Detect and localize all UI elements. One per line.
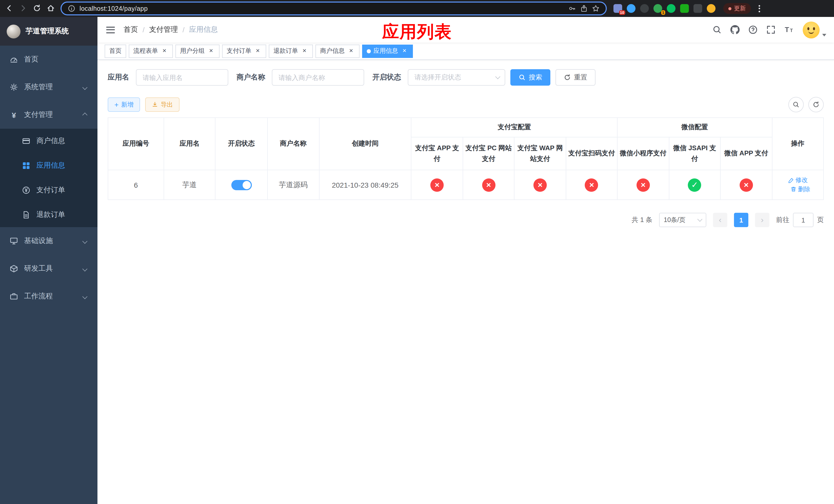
trash-icon xyxy=(790,186,796,192)
search-icon xyxy=(792,101,799,108)
tab-label: 商户信息 xyxy=(320,47,345,55)
col-status: 开启状态 xyxy=(215,118,267,170)
navbar-actions: TT xyxy=(712,21,826,38)
breadcrumb-item-current: 应用信息 xyxy=(189,25,218,35)
cell-status xyxy=(215,170,267,200)
refresh-table-button[interactable] xyxy=(808,97,824,112)
status-cross-icon: × xyxy=(585,178,598,191)
tab-process-form[interactable]: 流程表单 × xyxy=(129,44,173,58)
sidebar-item-infrastructure[interactable]: 基础设施 xyxy=(0,227,97,255)
download-icon xyxy=(152,101,158,108)
breadcrumb-item[interactable]: 首页 xyxy=(124,25,138,35)
tab-refund-orders[interactable]: 退款订单 × xyxy=(269,44,313,58)
browser-menu-icon[interactable] xyxy=(756,5,762,12)
close-icon[interactable]: × xyxy=(160,47,168,55)
sidebar-item-app-info[interactable]: 应用信息 xyxy=(0,153,97,178)
extension-icon[interactable]: 1 xyxy=(654,4,662,13)
home-icon[interactable] xyxy=(47,4,56,13)
merchant-name-input[interactable] xyxy=(272,69,364,86)
site-info-icon[interactable] xyxy=(68,5,75,12)
sidebar-item-workflow[interactable]: 工作流程 xyxy=(0,282,97,310)
url-text[interactable]: localhost:1024/pay/app xyxy=(80,5,564,12)
fullscreen-icon[interactable] xyxy=(766,25,776,35)
col-wechat-mini: 微信小程序支付 xyxy=(617,137,669,170)
app-name-input[interactable] xyxy=(136,69,228,86)
reload-icon[interactable] xyxy=(33,4,42,13)
sidebar-item-system[interactable]: 系统管理 xyxy=(0,73,97,101)
tab-merchant-info[interactable]: 商户信息 × xyxy=(315,44,359,58)
extension-icon[interactable] xyxy=(694,4,702,13)
user-menu[interactable] xyxy=(803,21,826,38)
col-alipay-pc: 支付宝 PC 网站支付 xyxy=(463,137,514,170)
sidebar-item-refund-orders[interactable]: 退款订单 xyxy=(0,203,97,227)
header-search-icon[interactable] xyxy=(712,25,722,35)
page-size-select[interactable]: 10条/页 xyxy=(659,213,706,227)
browser-update-button[interactable]: 更新 xyxy=(723,3,751,14)
avatar[interactable] xyxy=(803,21,820,38)
extension-icon[interactable] xyxy=(707,4,716,13)
extension-icon[interactable] xyxy=(680,4,689,13)
close-icon[interactable]: × xyxy=(254,47,262,55)
sidebar-item-home[interactable]: 首页 xyxy=(0,46,97,73)
address-bar[interactable]: localhost:1024/pay/app xyxy=(61,2,607,15)
export-button[interactable]: 导出 xyxy=(145,97,179,112)
extension-icon[interactable] xyxy=(627,4,636,13)
tab-user-group[interactable]: 用户分组 × xyxy=(175,44,220,58)
close-icon[interactable]: × xyxy=(401,47,408,55)
filter-form: 应用名 商户名称 开启状态 请选择开启状态 搜索 重置 xyxy=(108,69,824,86)
add-button[interactable]: + 新增 xyxy=(108,97,140,112)
sidebar-item-dev-tools[interactable]: 研发工具 xyxy=(0,255,97,282)
extension-icon[interactable] xyxy=(640,4,649,13)
cell-alipay-wap: × xyxy=(514,170,566,200)
bookmark-star-icon[interactable] xyxy=(592,5,599,12)
extension-icon[interactable]: 10 xyxy=(613,4,622,13)
forward-icon[interactable] xyxy=(19,4,28,13)
bank-card-icon xyxy=(22,137,30,145)
sidebar-item-pay-orders[interactable]: 支付订单 xyxy=(0,178,97,203)
update-label: 更新 xyxy=(734,5,746,12)
github-icon[interactable] xyxy=(730,25,740,35)
caret-down-icon xyxy=(822,33,826,36)
toggle-search-button[interactable] xyxy=(788,97,804,112)
hamburger-icon[interactable] xyxy=(105,24,116,36)
chevron-up-icon xyxy=(82,113,87,118)
close-icon[interactable]: × xyxy=(207,47,215,55)
page-number-1[interactable]: 1 xyxy=(734,213,748,227)
close-icon[interactable]: × xyxy=(347,47,355,55)
close-icon[interactable]: × xyxy=(301,47,308,55)
sidebar-logo[interactable]: 芋道管理系统 xyxy=(0,17,97,46)
font-size-icon[interactable]: TT xyxy=(784,25,794,35)
col-merchant: 商户名称 xyxy=(267,118,319,170)
col-group-alipay: 支付宝配置 xyxy=(411,118,618,137)
tab-label: 应用信息 xyxy=(373,47,398,55)
tab-app-info[interactable]: 应用信息 × xyxy=(362,44,413,58)
yen-icon: ¥ xyxy=(10,111,18,119)
goto-page-input[interactable] xyxy=(793,213,813,227)
sidebar-item-label: 支付管理 xyxy=(24,110,53,119)
tab-home[interactable]: 首页 xyxy=(105,44,126,58)
help-icon[interactable] xyxy=(748,25,758,35)
breadcrumb-item[interactable]: 支付管理 xyxy=(149,25,178,35)
extension-icon[interactable] xyxy=(667,4,676,13)
app-grid-icon xyxy=(22,161,30,170)
sidebar-item-payment[interactable]: ¥ 支付管理 xyxy=(0,101,97,129)
pagination: 共 1 条 10条/页 ‹ 1 › 前往 页 xyxy=(108,213,824,227)
reset-button[interactable]: 重置 xyxy=(555,69,595,86)
search-button[interactable]: 搜索 xyxy=(510,69,550,86)
app-table: 应用编号 应用名 开启状态 商户名称 创建时间 支付宝配置 微信配置 操作 支付… xyxy=(108,117,824,200)
tab-pay-orders[interactable]: 支付订单 × xyxy=(222,44,266,58)
status-select[interactable]: 请选择开启状态 xyxy=(408,69,505,86)
back-icon[interactable] xyxy=(5,4,14,13)
prev-page-button[interactable]: ‹ xyxy=(713,213,727,227)
status-switch[interactable] xyxy=(231,180,251,190)
share-icon[interactable] xyxy=(580,5,588,12)
delete-link[interactable]: 删除 xyxy=(790,185,810,193)
logo-title: 芋道管理系统 xyxy=(26,27,69,36)
plus-icon: + xyxy=(114,101,118,108)
sidebar-item-merchant-info[interactable]: 商户信息 xyxy=(0,129,97,153)
page-unit-label: 页 xyxy=(817,215,824,225)
password-key-icon[interactable] xyxy=(568,5,576,12)
edit-link[interactable]: 修改 xyxy=(788,176,808,185)
status-select-placeholder: 请选择开启状态 xyxy=(414,73,461,82)
next-page-button[interactable]: › xyxy=(755,213,769,227)
